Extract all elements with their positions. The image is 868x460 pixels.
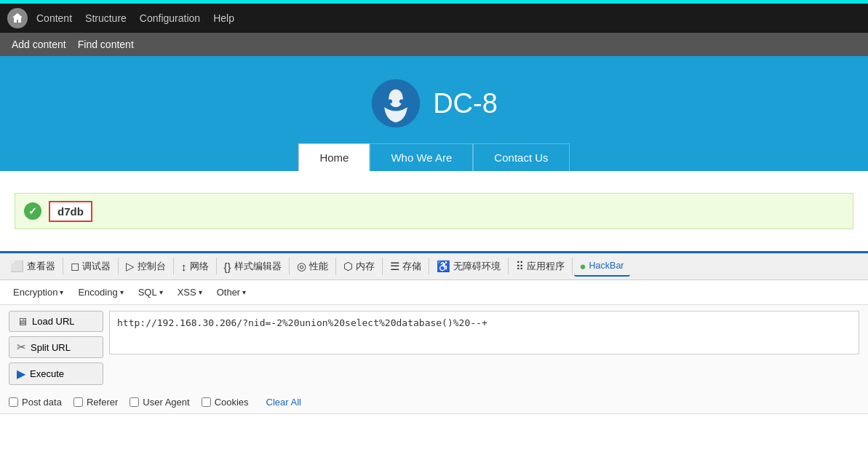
devtools-performance[interactable]: ◎ 性能 [291,257,334,276]
hackbar-menu-sql[interactable]: SQL ▾ [134,285,167,300]
user-agent-label: User Agent [143,397,189,408]
accessibility-icon: ♿ [437,260,450,273]
svg-point-1 [389,90,403,108]
hackbar-url-area [109,311,859,385]
encryption-label: Encryption [13,287,57,298]
devtools-memory[interactable]: ⬡ 内存 [338,257,381,276]
style-editor-label: 样式编辑器 [234,261,282,273]
memory-label: 内存 [356,261,375,273]
devtools-debugger[interactable]: ◻ 调试器 [65,257,116,276]
devtools-storage[interactable]: ☰ 存储 [384,257,427,276]
url-result-row: d7db [15,193,853,229]
cookies-checkbox[interactable] [202,397,211,407]
home-button[interactable] [7,8,28,28]
hero-nav-tabs: Home Who We Are Contact Us [0,143,868,171]
devtools-console[interactable]: ▷ 控制台 [120,257,172,276]
nav-configuration[interactable]: Configuration [140,12,200,24]
split-url-label: Split URL [31,342,71,353]
load-url-icon: 🖥 [17,315,28,328]
toolbar-separator-8 [429,258,429,275]
execute-label: Execute [30,368,64,379]
tab-contact-us[interactable]: Contact Us [473,143,569,171]
devtools-style-editor[interactable]: {} 样式编辑器 [218,258,287,276]
execute-icon: ▶ [17,367,25,381]
referer-checkbox-label[interactable]: Referer [73,397,118,408]
toolbar-separator-3 [173,258,174,275]
user-agent-checkbox[interactable] [130,397,139,407]
inspector-icon: ⬜ [10,260,24,273]
success-check-icon [24,202,41,220]
encryption-dropdown-arrow: ▾ [60,288,63,296]
site-title: DC-8 [433,88,498,119]
db-value-display: d7db [49,201,92,222]
clear-all-button[interactable]: Clear All [266,397,301,408]
toolbar-separator-4 [216,258,217,275]
hackbar-menu-encoding[interactable]: Encoding ▾ [73,285,127,300]
performance-label: 性能 [309,261,328,273]
post-data-label: Post data [22,397,62,408]
application-icon: ⠿ [516,260,524,273]
memory-icon: ⬡ [343,260,353,273]
xss-label: XSS [178,287,196,298]
post-data-checkbox-label[interactable]: Post data [9,397,62,408]
toolbar-separator-10 [572,258,573,275]
secondary-nav: Add content Find content [0,33,868,56]
hackbar-menu-xss[interactable]: XSS ▾ [173,285,207,300]
toolbar-separator-2 [118,258,119,275]
xss-dropdown-arrow: ▾ [199,288,202,296]
hackbar-body: 🖥 Load URL ✂ Split URL ▶ Execute [0,305,868,391]
nav-structure[interactable]: Structure [85,12,127,24]
hackbar-dot-icon: ● [580,260,586,272]
hackbar-menu-encryption[interactable]: Encryption ▾ [9,285,68,300]
cookies-checkbox-label[interactable]: Cookies [202,397,249,408]
toolbar-separator-1 [63,258,63,275]
inspector-label: 查看器 [27,261,55,273]
sql-label: SQL [138,287,157,298]
tab-who-we-are[interactable]: Who We Are [370,143,473,171]
sql-dropdown-arrow: ▾ [159,288,163,296]
network-icon: ↕ [181,261,187,273]
devtools-accessibility[interactable]: ♿ 无障碍环境 [431,257,506,276]
add-content-link[interactable]: Add content [12,39,66,50]
storage-icon: ☰ [390,260,399,273]
devtools-application[interactable]: ⠿ 应用程序 [510,257,570,276]
referer-label: Referer [87,397,118,408]
split-url-icon: ✂ [17,341,26,354]
devtools-toolbar: ⬜ 查看器 ◻ 调试器 ▷ 控制台 ↕ 网络 {} 样式编辑器 ◎ 性能 ⬡ 内… [0,251,868,280]
hackbar-action-buttons: 🖥 Load URL ✂ Split URL ▶ Execute [9,311,103,385]
toolbar-separator-6 [335,258,336,275]
toolbar-separator-5 [289,258,290,275]
encoding-label: Encoding [78,287,117,298]
load-url-label: Load URL [32,316,75,327]
toolbar-separator-7 [382,258,383,275]
hero-section: DC-8 Home Who We Are Contact Us [0,56,868,171]
other-dropdown-arrow: ▾ [242,288,246,296]
debugger-label: 调试器 [82,261,111,273]
nav-help[interactable]: Help [213,12,234,24]
performance-icon: ◎ [297,260,306,273]
style-editor-icon: {} [224,261,231,273]
find-content-link[interactable]: Find content [78,39,134,50]
split-url-button[interactable]: ✂ Split URL [9,336,103,358]
svg-point-2 [389,99,393,103]
hackbar-panel: Encryption ▾ Encoding ▾ SQL ▾ XSS ▾ Othe… [0,280,868,414]
cookies-label: Cookies [215,397,249,408]
content-area: d7db [0,171,868,251]
user-agent-checkbox-label[interactable]: User Agent [130,397,189,408]
hackbar-menu-other[interactable]: Other ▾ [212,285,251,300]
nav-content[interactable]: Content [36,12,72,24]
devtools-network[interactable]: ↕ 网络 [175,258,215,276]
devtools-inspector[interactable]: ⬜ 查看器 [4,257,61,276]
accessibility-label: 无障碍环境 [453,261,501,273]
storage-label: 存储 [402,261,421,273]
load-url-button[interactable]: 🖥 Load URL [9,311,103,332]
devtools-hackbar[interactable]: ● HackBar [574,257,630,277]
referer-checkbox[interactable] [73,397,83,407]
console-icon: ▷ [126,260,135,273]
hackbar-url-input[interactable] [109,311,859,354]
execute-button[interactable]: ▶ Execute [9,362,103,385]
console-label: 控制台 [138,261,166,273]
tab-home[interactable]: Home [298,143,370,171]
application-label: 应用程序 [527,261,565,273]
post-data-checkbox[interactable] [9,397,18,407]
